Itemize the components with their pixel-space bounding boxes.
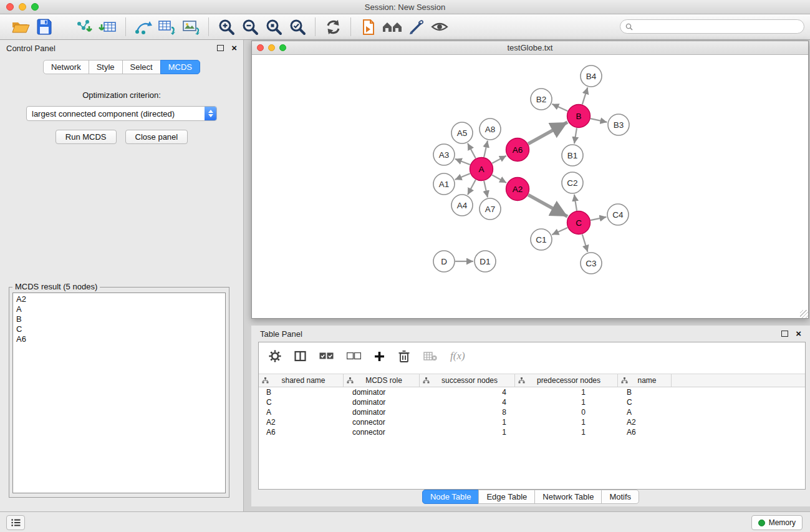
network-node-C2[interactable]: C2 xyxy=(562,172,583,193)
network-node-A6[interactable]: A6 xyxy=(506,138,529,162)
table-row[interactable]: Bdominator41B xyxy=(259,387,805,397)
tab-style[interactable]: Style xyxy=(89,60,123,74)
network-node-A7[interactable]: A7 xyxy=(480,198,501,220)
close-window-button[interactable] xyxy=(6,3,14,11)
table-settings-button[interactable] xyxy=(269,350,281,362)
network-edge-B-B3[interactable] xyxy=(591,118,607,122)
table-cell[interactable]: C xyxy=(618,398,672,407)
network-edge-A-A7[interactable] xyxy=(484,181,488,197)
network-edge-B-B2[interactable] xyxy=(552,104,567,111)
network-node-C3[interactable]: C3 xyxy=(581,253,602,274)
column-header-successor-nodes[interactable]: successor nodes xyxy=(420,374,515,387)
network-node-B1[interactable]: B1 xyxy=(562,145,583,166)
float-table-panel-icon[interactable] xyxy=(781,331,788,337)
table-cell[interactable]: 1 xyxy=(420,418,515,427)
network-maximize-button[interactable] xyxy=(279,44,286,51)
table-cell[interactable]: 4 xyxy=(420,388,515,397)
column-header-name[interactable]: name xyxy=(618,374,672,387)
column-header-MCDS-role[interactable]: MCDS role xyxy=(344,374,420,387)
add-column-button[interactable] xyxy=(374,351,385,362)
close-panel-button[interactable]: Close panel xyxy=(125,130,188,144)
network-node-A5[interactable]: A5 xyxy=(451,122,473,143)
import-network-button[interactable] xyxy=(72,16,96,37)
network-edge-A-A4[interactable] xyxy=(468,180,476,195)
close-table-panel-icon[interactable]: × xyxy=(796,330,801,337)
table-cell[interactable]: A xyxy=(259,408,344,417)
network-edge-A-A8[interactable] xyxy=(484,141,488,157)
optimization-criterion-dropdown[interactable]: largest connected component (directed) xyxy=(26,106,217,121)
column-header-shared-name[interactable]: shared name xyxy=(259,374,344,387)
network-edge-A-A5[interactable] xyxy=(468,143,476,158)
network-node-A[interactable]: A xyxy=(470,158,493,181)
refresh-button[interactable] xyxy=(321,16,345,37)
run-mcds-button[interactable]: Run MCDS xyxy=(55,130,117,144)
table-row[interactable]: Cdominator41C xyxy=(259,397,805,407)
network-edge-C-C2[interactable] xyxy=(574,195,577,211)
zoom-out-button[interactable] xyxy=(238,16,262,37)
table-tab-network-table[interactable]: Network Table xyxy=(534,490,602,504)
table-cell[interactable]: connector xyxy=(344,428,420,437)
table-cell[interactable]: A6 xyxy=(618,428,672,437)
table-tab-motifs[interactable]: Motifs xyxy=(601,490,639,504)
delete-table-button[interactable] xyxy=(423,351,437,361)
table-cell[interactable]: A2 xyxy=(618,418,672,427)
tab-network[interactable]: Network xyxy=(43,60,89,74)
home-view-button[interactable] xyxy=(380,16,404,37)
network-edge-C-C4[interactable] xyxy=(591,217,606,220)
mcds-result-item[interactable]: A6 xyxy=(16,334,222,344)
close-panel-icon[interactable]: × xyxy=(231,44,237,52)
table-cell[interactable]: 1 xyxy=(515,398,618,407)
tab-mcds[interactable]: MCDS xyxy=(160,60,200,74)
dropdown-stepper-icon[interactable] xyxy=(205,107,216,120)
network-node-C1[interactable]: C1 xyxy=(531,229,552,250)
network-table-export-button[interactable] xyxy=(155,16,179,37)
minimize-window-button[interactable] xyxy=(19,3,26,11)
table-cell[interactable]: connector xyxy=(344,418,420,427)
network-edge-A-A1[interactable] xyxy=(455,173,470,180)
network-close-button[interactable] xyxy=(257,44,264,51)
task-history-button[interactable] xyxy=(6,515,25,530)
select-all-button[interactable] xyxy=(319,352,334,360)
network-edge-A-A6[interactable] xyxy=(492,156,506,163)
table-cell[interactable]: B xyxy=(259,388,344,397)
function-builder-button[interactable]: f(x) xyxy=(450,350,465,362)
show-hide-button[interactable] xyxy=(428,16,451,37)
network-node-B2[interactable]: B2 xyxy=(531,89,552,110)
table-tab-edge-table[interactable]: Edge Table xyxy=(478,490,535,504)
network-node-B[interactable]: B xyxy=(567,105,591,128)
table-tab-node-table[interactable]: Node Table xyxy=(422,490,480,504)
export-image-button[interactable] xyxy=(179,16,203,37)
float-panel-icon[interactable] xyxy=(217,45,224,51)
annotation-wand-button[interactable] xyxy=(404,16,428,37)
deselect-all-button[interactable] xyxy=(347,352,361,360)
table-cell[interactable]: dominator xyxy=(344,408,420,417)
network-node-A1[interactable]: A1 xyxy=(433,173,455,195)
mcds-result-item[interactable]: C xyxy=(16,324,222,334)
mcds-result-item[interactable]: A2 xyxy=(16,294,222,304)
delete-column-button[interactable] xyxy=(398,350,410,363)
network-node-A3[interactable]: A3 xyxy=(433,144,455,165)
network-node-C[interactable]: C xyxy=(567,211,591,235)
table-cell[interactable]: 1 xyxy=(515,388,618,397)
table-row[interactable]: Adominator80A xyxy=(259,407,805,417)
import-table-button[interactable] xyxy=(96,16,120,37)
table-cell[interactable]: dominator xyxy=(344,398,420,407)
network-node-C4[interactable]: C4 xyxy=(607,204,629,225)
table-cell[interactable]: 0 xyxy=(515,408,618,417)
network-edge-C-C1[interactable] xyxy=(552,228,567,235)
window-resize-grip[interactable] xyxy=(800,310,808,318)
column-header-predecessor-nodes[interactable]: predecessor nodes xyxy=(515,374,618,387)
table-row[interactable]: A2connector11A2 xyxy=(259,417,805,427)
table-cell[interactable]: A6 xyxy=(259,428,344,437)
table-cell[interactable]: A2 xyxy=(259,418,344,427)
table-row[interactable]: A6connector11A6 xyxy=(259,427,805,437)
search-input[interactable] xyxy=(636,22,804,32)
network-node-B4[interactable]: B4 xyxy=(581,65,602,87)
network-node-B3[interactable]: B3 xyxy=(608,114,629,135)
mcds-result-item[interactable]: A xyxy=(16,304,222,314)
table-cell[interactable]: 1 xyxy=(515,418,618,427)
zoom-in-button[interactable] xyxy=(215,16,238,37)
table-cell[interactable]: 4 xyxy=(420,398,515,407)
table-cell[interactable]: A xyxy=(618,408,672,417)
network-node-D1[interactable]: D1 xyxy=(475,251,496,272)
